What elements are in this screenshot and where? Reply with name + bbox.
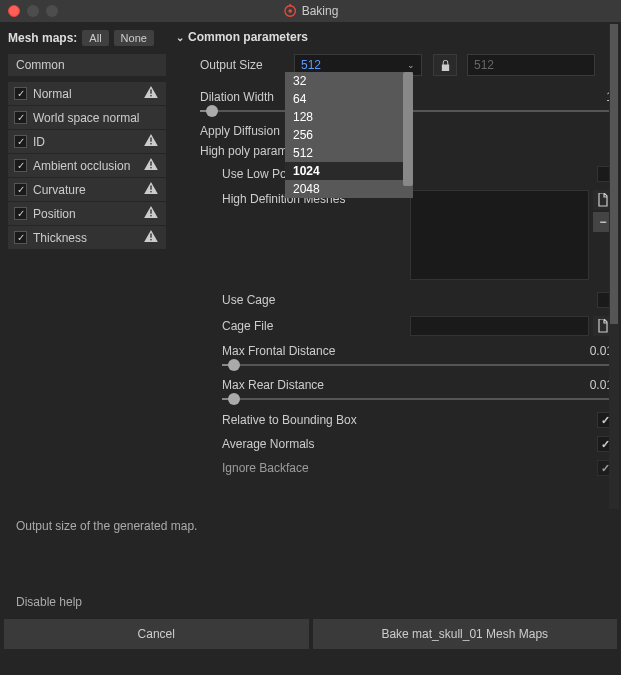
- map-label: Thickness: [33, 231, 138, 245]
- apply-diffusion-label: Apply Diffusion: [200, 124, 288, 138]
- minimize-window-button[interactable]: [27, 5, 39, 17]
- output-size-dropdown[interactable]: 326412825651210242048: [285, 72, 413, 198]
- map-checkbox[interactable]: [14, 183, 27, 196]
- dilation-width-label: Dilation Width: [200, 90, 288, 104]
- svg-rect-12: [150, 215, 151, 216]
- output-size-locked-field: [467, 54, 595, 76]
- map-label: Position: [33, 207, 138, 221]
- use-cage-label: Use Cage: [222, 293, 410, 307]
- svg-rect-3: [150, 89, 151, 93]
- dropdown-option[interactable]: 32: [285, 72, 413, 90]
- map-item[interactable]: Curvature: [8, 178, 166, 201]
- svg-rect-11: [150, 209, 151, 213]
- warning-icon: [144, 158, 160, 173]
- slider-handle[interactable]: [228, 359, 240, 371]
- sidebar: Mesh maps: All None Common NormalWorld s…: [0, 22, 170, 509]
- main-scrollbar[interactable]: [609, 24, 619, 509]
- warning-icon: [144, 134, 160, 149]
- map-checkbox[interactable]: [14, 135, 27, 148]
- chevron-down-icon: ⌄: [176, 32, 184, 43]
- map-label: Normal: [33, 87, 138, 101]
- cancel-button[interactable]: Cancel: [4, 619, 309, 649]
- map-checkbox[interactable]: [14, 231, 27, 244]
- map-item[interactable]: Position: [8, 202, 166, 225]
- map-list: NormalWorld space normalIDAmbient occlus…: [8, 82, 166, 249]
- chevron-down-icon: ⌄: [407, 60, 415, 70]
- close-window-button[interactable]: [8, 5, 20, 17]
- slider-handle[interactable]: [206, 105, 218, 117]
- svg-rect-9: [150, 185, 151, 189]
- map-checkbox[interactable]: [14, 159, 27, 172]
- window-controls: [8, 5, 58, 17]
- map-label: Curvature: [33, 183, 138, 197]
- svg-rect-7: [150, 161, 151, 165]
- dropdown-option[interactable]: 64: [285, 90, 413, 108]
- max-frontal-slider[interactable]: [222, 364, 613, 366]
- svg-rect-14: [150, 239, 151, 240]
- map-item[interactable]: Normal: [8, 82, 166, 105]
- output-size-value: 512: [301, 58, 321, 72]
- help-text: Output size of the generated map.: [0, 509, 621, 589]
- button-bar: Cancel Bake mat_skull_01 Mesh Maps: [0, 615, 621, 653]
- maximize-window-button[interactable]: [46, 5, 58, 17]
- window-title-text: Baking: [302, 4, 339, 18]
- svg-rect-8: [150, 167, 151, 168]
- svg-rect-13: [150, 233, 151, 237]
- svg-rect-2: [289, 4, 290, 7]
- bake-button[interactable]: Bake mat_skull_01 Mesh Maps: [313, 619, 618, 649]
- map-checkbox[interactable]: [14, 111, 27, 124]
- main-panel: ⌄ Common parameters Output Size 512 ⌄ 32…: [170, 22, 621, 509]
- map-label: Ambient occlusion: [33, 159, 138, 173]
- svg-rect-10: [150, 191, 151, 192]
- common-parameters-header[interactable]: ⌄ Common parameters: [176, 30, 613, 44]
- svg-point-1: [288, 9, 292, 13]
- map-label: World space normal: [33, 111, 160, 125]
- warning-icon: [144, 182, 160, 197]
- dropdown-scrollbar[interactable]: [403, 72, 413, 186]
- svg-rect-5: [150, 137, 151, 141]
- map-item[interactable]: ID: [8, 130, 166, 153]
- cage-file-label: Cage File: [222, 319, 310, 333]
- slider-handle[interactable]: [228, 393, 240, 405]
- mesh-maps-label: Mesh maps:: [8, 31, 77, 45]
- app-icon: [283, 4, 297, 18]
- map-checkbox[interactable]: [14, 207, 27, 220]
- map-checkbox[interactable]: [14, 87, 27, 100]
- map-item[interactable]: Ambient occlusion: [8, 154, 166, 177]
- common-row[interactable]: Common: [8, 54, 166, 76]
- dropdown-option[interactable]: 256: [285, 126, 413, 144]
- window-title: Baking: [283, 4, 339, 18]
- section-title: Common parameters: [188, 30, 308, 44]
- map-label: ID: [33, 135, 138, 149]
- select-none-button[interactable]: None: [114, 30, 154, 46]
- svg-rect-6: [150, 143, 151, 144]
- max-rear-label: Max Rear Distance: [222, 378, 324, 392]
- hd-meshes-well[interactable]: [410, 190, 589, 280]
- warning-icon: [144, 86, 160, 101]
- output-size-label: Output Size: [200, 58, 288, 72]
- relative-bbox-label: Relative to Bounding Box: [222, 413, 410, 427]
- select-all-button[interactable]: All: [82, 30, 108, 46]
- scrollbar-thumb[interactable]: [610, 24, 618, 324]
- map-item[interactable]: Thickness: [8, 226, 166, 249]
- titlebar: Baking: [0, 0, 621, 22]
- dropdown-option[interactable]: 128: [285, 108, 413, 126]
- warning-icon: [144, 230, 160, 245]
- map-item[interactable]: World space normal: [8, 106, 166, 129]
- output-size-lock-button[interactable]: [433, 54, 457, 76]
- cage-file-field[interactable]: [410, 316, 589, 336]
- max-frontal-label: Max Frontal Distance: [222, 344, 335, 358]
- ignore-backface-label: Ignore Backface: [222, 461, 410, 475]
- dropdown-option[interactable]: 512: [285, 144, 413, 162]
- svg-rect-4: [150, 95, 151, 96]
- max-rear-slider[interactable]: [222, 398, 613, 400]
- dropdown-option[interactable]: 2048: [285, 180, 413, 198]
- disable-help-link[interactable]: Disable help: [0, 589, 621, 615]
- warning-icon: [144, 206, 160, 221]
- dropdown-option[interactable]: 1024: [285, 162, 413, 180]
- average-normals-label: Average Normals: [222, 437, 410, 451]
